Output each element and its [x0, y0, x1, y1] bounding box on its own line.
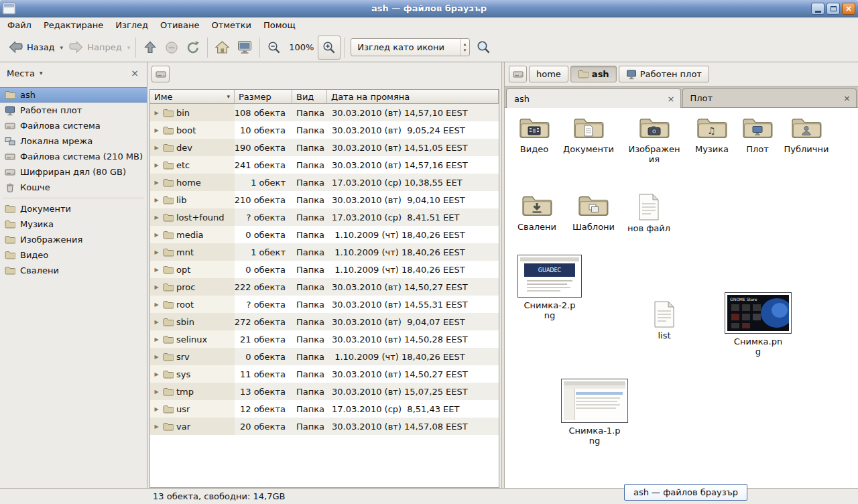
table-row[interactable]: ▶home1 обектПапка17.03.2010 (ср) 10,38,5… — [150, 174, 499, 191]
table-row[interactable]: ▶lib210 обектаПапка30.03.2010 (вт) 9,04,… — [150, 191, 499, 208]
column-header-1[interactable]: Размер — [235, 90, 292, 104]
menu-bookmarks[interactable]: Отметки — [205, 18, 257, 32]
file-icon-item[interactable]: Документи — [559, 116, 618, 155]
expander-icon[interactable]: ▶ — [153, 424, 160, 430]
file-icon-item[interactable]: list — [637, 301, 691, 341]
menu-go[interactable]: Отиване — [154, 18, 205, 32]
column-header-0[interactable]: Име▾ — [150, 90, 235, 104]
table-row[interactable]: ▶lost+found? обектаПапка17.03.2010 (ср) … — [150, 208, 499, 226]
column-header-3[interactable]: Дата на промяна — [327, 90, 499, 104]
icon-view[interactable]: ВидеоДокументиИзображения♫МузикаПлотПубл… — [505, 108, 858, 488]
home-button[interactable] — [211, 36, 233, 58]
table-row[interactable]: ▶sbin272 обектаПапка30.03.2010 (вт) 9,04… — [150, 313, 499, 330]
table-row[interactable]: ▶boot10 обектаПапка30.03.2010 (вт) 9,05,… — [150, 121, 499, 139]
file-icon-item[interactable]: Свалени — [509, 194, 565, 233]
expander-icon[interactable]: ▶ — [153, 319, 160, 325]
computer-button[interactable] — [233, 36, 256, 58]
zoom-out-button[interactable] — [263, 36, 285, 59]
view-mode-select[interactable]: Изглед като икони ▴▾ — [351, 38, 470, 56]
table-row[interactable]: ▶var20 обектаПапка30.03.2010 (вт) 14,57,… — [150, 418, 499, 435]
breadcrumb-0[interactable] — [509, 66, 527, 82]
sidebar-item[interactable]: Свалени — [0, 263, 147, 278]
search-button[interactable] — [473, 36, 495, 59]
file-icon-item[interactable]: Публични — [777, 116, 836, 155]
table-row[interactable]: ▶media0 обектаПапка 1.10.2009 (чт) 18,40… — [150, 226, 499, 243]
expander-icon[interactable]: ▶ — [153, 389, 160, 395]
close-button[interactable]: × — [842, 3, 855, 15]
places-combo[interactable]: Места ▾ — [7, 68, 42, 78]
back-history-dropdown[interactable]: ▾ — [58, 39, 66, 56]
table-row[interactable]: ▶etc241 обектаПапка30.03.2010 (вт) 14,57… — [150, 156, 499, 174]
file-icon-item[interactable]: GNOME StoreСнимка.png — [721, 292, 795, 357]
expander-icon[interactable]: ▶ — [153, 336, 160, 342]
expander-icon[interactable]: ▶ — [153, 302, 160, 308]
menu-edit[interactable]: Редактиране — [38, 18, 109, 32]
menu-view[interactable]: Изглед — [109, 18, 154, 32]
sidebar-close-button[interactable]: × — [127, 67, 143, 79]
breadcrumb-1[interactable]: home — [529, 66, 568, 82]
file-icon-item[interactable]: GUADECСнимка-2.png — [514, 255, 585, 320]
forward-button[interactable]: Напред — [65, 36, 125, 58]
sidebar-item[interactable]: Изображения — [0, 232, 147, 247]
expander-icon[interactable]: ▶ — [153, 284, 160, 290]
forward-history-dropdown[interactable]: ▾ — [125, 39, 133, 56]
file-icon-item[interactable]: нов файл — [619, 194, 678, 234]
table-row[interactable]: ▶opt0 обектаПапка 1.10.2009 (чт) 18,40,2… — [150, 261, 499, 278]
expander-icon[interactable]: ▶ — [153, 371, 160, 377]
stop-button[interactable] — [161, 36, 182, 59]
sidebar-item[interactable]: Видео — [0, 247, 147, 263]
file-icon-item[interactable]: Видео — [506, 116, 562, 155]
table-row[interactable]: ▶selinux21 обектаПапка30.03.2010 (вт) 14… — [150, 330, 499, 348]
zoom-in-button[interactable] — [318, 36, 341, 60]
table-row[interactable]: ▶bin108 обектаПапка30.03.2010 (вт) 14,57… — [150, 104, 499, 121]
expander-icon[interactable]: ▶ — [153, 197, 160, 203]
maximize-button[interactable] — [826, 3, 840, 15]
back-button[interactable]: Назад — [5, 36, 58, 58]
breadcrumb-3[interactable]: Работен плот — [619, 66, 709, 82]
table-row[interactable]: ▶srv0 обектаПапка 1.10.2009 (чт) 18,40,2… — [150, 348, 499, 365]
sidebar-item[interactable]: Файлова система (210 MB) — [0, 149, 147, 164]
menu-file[interactable]: Файл — [1, 18, 38, 32]
expander-icon[interactable]: ▶ — [153, 127, 160, 133]
expander-icon[interactable]: ▶ — [153, 232, 160, 238]
titlebar[interactable]: ash — файлов браузър × — [0, 0, 858, 17]
table-row[interactable]: ▶usr12 обектаПапка17.03.2010 (ср) 8,51,4… — [150, 400, 499, 418]
expander-icon[interactable]: ▶ — [153, 162, 160, 168]
column-header-2[interactable]: Вид — [292, 90, 327, 104]
sidebar-item[interactable]: Работен плот — [0, 103, 147, 118]
breadcrumb-2[interactable]: ash — [570, 66, 617, 82]
reload-button[interactable] — [182, 36, 204, 59]
file-icon-item[interactable]: Изображения — [623, 116, 685, 164]
tab-1[interactable]: Плот× — [682, 88, 857, 107]
expander-icon[interactable]: ▶ — [153, 406, 160, 412]
sidebar-item[interactable]: ash — [0, 87, 147, 103]
sidebar-item[interactable]: Локална мрежа — [0, 133, 147, 149]
tab-close-button[interactable]: × — [841, 92, 853, 104]
expander-icon[interactable]: ▶ — [153, 145, 160, 151]
expander-icon[interactable]: ▶ — [153, 354, 160, 360]
breadcrumb-0[interactable] — [151, 66, 170, 82]
sidebar-item[interactable]: Музика — [0, 216, 147, 232]
sidebar-item[interactable]: Файлова система — [0, 118, 147, 133]
table-row[interactable]: ▶tmp13 обектаПапка30.03.2010 (вт) 15,07,… — [150, 383, 499, 400]
tab-0[interactable]: ash× — [506, 88, 681, 108]
menu-help[interactable]: Помощ — [257, 18, 302, 32]
expander-icon[interactable]: ▶ — [153, 180, 160, 186]
expander-icon[interactable]: ▶ — [153, 267, 160, 273]
sidebar-item[interactable]: Документи — [0, 201, 147, 216]
table-row[interactable]: ▶sys11 обектаПапка30.03.2010 (вт) 14,50,… — [150, 365, 499, 383]
file-icon-item[interactable]: Шаблони — [565, 194, 622, 233]
expander-icon[interactable]: ▶ — [153, 110, 160, 116]
minimize-button[interactable] — [811, 3, 824, 15]
table-row[interactable]: ▶proc222 обектаПапка30.03.2010 (вт) 14,5… — [150, 278, 499, 296]
file-icon-item[interactable]: Снимка-1.png — [558, 379, 631, 446]
table-row[interactable]: ▶mnt1 обектПапка 1.10.2009 (чт) 18,40,26… — [150, 243, 499, 261]
tab-close-button[interactable]: × — [666, 93, 677, 105]
table-row[interactable]: ▶root? обектаПапка30.03.2010 (вт) 14,55,… — [150, 296, 499, 313]
file-icon-item[interactable]: Плот — [731, 116, 784, 155]
sidebar-item[interactable]: Кошче — [0, 180, 147, 195]
file-list-view[interactable]: Име▾РазмерВидДата на промяна ▶bin108 обе… — [149, 89, 499, 488]
table-row[interactable]: ▶dev190 обектаПапка30.03.2010 (вт) 14,51… — [150, 139, 499, 156]
expander-icon[interactable]: ▶ — [153, 214, 160, 220]
sidebar-item[interactable]: Шифриран дял (80 GB) — [0, 164, 147, 180]
